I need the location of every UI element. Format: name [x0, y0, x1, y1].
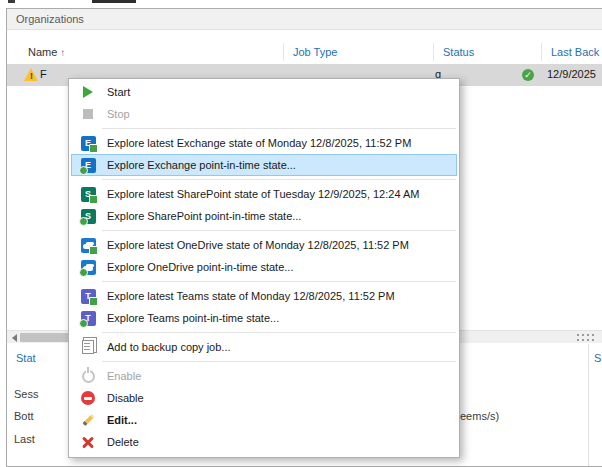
sort-ascending-icon: ↑ — [60, 47, 65, 58]
column-header-status[interactable]: Status — [443, 46, 474, 58]
menu-separator — [102, 332, 456, 333]
teams-point-in-time-icon — [80, 310, 96, 326]
menu-item-add-to-backup-copy-job[interactable]: Add to backup copy job... — [69, 336, 459, 358]
column-header-last-backup[interactable]: Last Back — [551, 46, 599, 58]
menu-separator — [102, 281, 456, 282]
context-menu: Start Stop Explore latest Exchange state… — [68, 78, 460, 458]
row-last-backup: 12/9/2025 — [547, 68, 596, 80]
menu-item-delete[interactable]: Delete — [69, 431, 459, 453]
splitter-grip-icon[interactable] — [577, 334, 595, 342]
backup-copy-icon — [80, 339, 96, 355]
sharepoint-point-in-time-icon — [80, 208, 96, 224]
column-header-name[interactable]: Name↑ — [28, 46, 65, 58]
menu-item-explore-onedrive-point-in-time[interactable]: Explore OneDrive point-in-time state... — [69, 256, 459, 278]
column-divider — [541, 43, 542, 61]
exchange-explore-icon — [80, 135, 96, 151]
menu-item-explore-teams-point-in-time[interactable]: Explore Teams point-in-time state... — [69, 307, 459, 329]
details-divider — [588, 344, 589, 466]
row-name: F — [40, 68, 47, 80]
menu-item-stop: Stop — [69, 103, 459, 125]
menu-item-start[interactable]: Start — [69, 81, 459, 103]
menu-item-edit[interactable]: Edit... — [69, 409, 459, 431]
clipped-heading-fragment — [92, 0, 136, 3]
onedrive-point-in-time-icon — [80, 259, 96, 275]
start-icon — [80, 84, 96, 100]
details-label: Last — [14, 433, 35, 445]
details-right-section-title: S — [594, 352, 601, 364]
menu-separator — [102, 179, 456, 180]
details-value-fragment: eems/s) — [460, 410, 499, 422]
menu-separator — [102, 128, 456, 129]
success-check-icon — [522, 69, 534, 81]
menu-item-explore-latest-onedrive[interactable]: Explore latest OneDrive state of Monday … — [69, 234, 459, 256]
panel-title: Organizations — [16, 13, 84, 25]
delete-icon — [80, 434, 96, 450]
clipped-heading-fragment — [8, 0, 15, 3]
warning-icon — [24, 68, 39, 81]
menu-item-explore-latest-teams[interactable]: Explore latest Teams state of Monday 12/… — [69, 285, 459, 307]
menu-item-disable[interactable]: Disable — [69, 387, 459, 409]
menu-item-explore-sharepoint-point-in-time[interactable]: Explore SharePoint point-in-time state..… — [69, 205, 459, 227]
power-icon — [80, 368, 96, 384]
details-section-title: Stat — [16, 352, 36, 364]
details-label: Sess — [14, 388, 38, 400]
panel-header: Organizations — [7, 9, 602, 30]
column-divider — [433, 43, 434, 61]
pencil-icon — [80, 412, 96, 428]
onedrive-explore-icon — [80, 237, 96, 253]
column-header-job-type[interactable]: Job Type — [293, 46, 337, 58]
details-label: Bott — [14, 410, 34, 422]
exchange-point-in-time-icon — [80, 157, 96, 173]
menu-item-explore-exchange-point-in-time[interactable]: Explore Exchange point-in-time state... — [71, 154, 457, 176]
menu-separator — [102, 361, 456, 362]
menu-item-explore-latest-sharepoint[interactable]: Explore latest SharePoint state of Tuesd… — [69, 183, 459, 205]
scroll-left-icon[interactable] — [12, 334, 17, 342]
disable-icon — [80, 390, 96, 406]
teams-explore-icon — [80, 288, 96, 304]
menu-item-enable: Enable — [69, 365, 459, 387]
menu-item-explore-latest-exchange[interactable]: Explore latest Exchange state of Monday … — [69, 132, 459, 154]
column-divider — [283, 43, 284, 61]
sharepoint-explore-icon — [80, 186, 96, 202]
stop-icon — [80, 106, 96, 122]
menu-separator — [102, 230, 456, 231]
